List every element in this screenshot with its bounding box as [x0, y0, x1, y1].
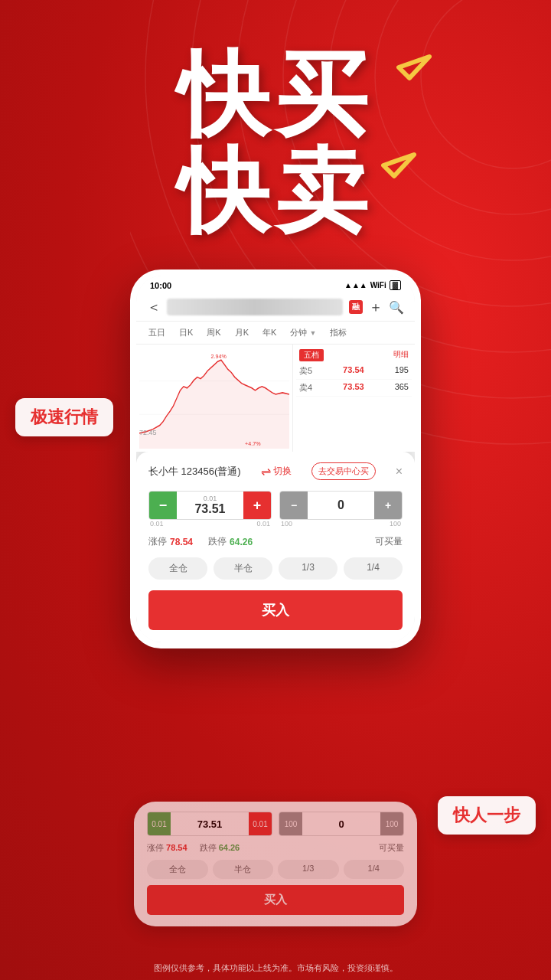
- hero-line2: 快卖: [0, 142, 551, 239]
- limit-up-value: 78.54: [170, 537, 193, 547]
- signal-icon: ▲▲▲: [344, 281, 367, 289]
- svg-marker-9: [399, 57, 429, 78]
- qty-value[interactable]: 0: [308, 498, 374, 512]
- fast-label-text: 快人一步: [453, 805, 520, 825]
- sell4-price: 73.53: [343, 382, 364, 394]
- checkmark-icon-2: [380, 152, 417, 179]
- one-third-button[interactable]: 1/3: [279, 557, 337, 580]
- tab-monthly-k[interactable]: 月K: [229, 325, 255, 341]
- price-step-left: 0.01: [150, 520, 164, 528]
- qty-decrease-button[interactable]: −: [280, 492, 308, 519]
- price-step-right: 0.01: [256, 520, 270, 528]
- trade-center-button[interactable]: 去交易中心买: [311, 462, 376, 480]
- battery-icon: ▓: [390, 280, 401, 290]
- tab-yearly-k[interactable]: 年K: [256, 325, 282, 341]
- qty-input-group: − 0 + 100 100: [279, 491, 403, 528]
- hero-line1: 快买: [0, 46, 551, 142]
- svg-text:2.94%: 2.94%: [211, 353, 227, 361]
- five-level-label: 五档: [299, 349, 324, 361]
- bg-price-minus: 0.01: [148, 812, 171, 836]
- sell4-label: 卖4: [299, 382, 312, 394]
- add-button[interactable]: ＋: [369, 298, 383, 316]
- status-bar: 10:00 ▲▲▲ WiFi ▓: [136, 276, 415, 293]
- price-increase-button[interactable]: +: [243, 492, 271, 519]
- background-phone: 0.01 73.51 0.01 100 0 100 涨停 78.54 跌停 64…: [134, 802, 417, 926]
- wifi-icon: WiFi: [370, 281, 386, 289]
- order-row-sell4: 卖4 73.53 365: [296, 380, 412, 397]
- fast-label: 快人一步: [438, 796, 536, 835]
- close-button[interactable]: ×: [396, 465, 403, 479]
- qty-input: − 0 +: [279, 491, 403, 520]
- back-button[interactable]: ＜: [147, 298, 161, 316]
- switch-icon: ⇌: [261, 464, 271, 479]
- detail-label: 明细: [393, 349, 409, 361]
- bg-price-value: 73.51: [171, 818, 249, 830]
- search-button[interactable]: 🔍: [389, 300, 404, 315]
- svg-text:+4.7%: +4.7%: [245, 439, 261, 447]
- qty-increase-button[interactable]: +: [374, 492, 402, 519]
- price-decrease-button[interactable]: −: [149, 492, 177, 519]
- bg-qty-input: 100 0 100: [279, 812, 404, 836]
- info-row: 涨停 78.54 跌停 64.26 可买量: [148, 535, 403, 548]
- bg-buy-section: 买入: [138, 885, 413, 923]
- tab-weekly-k[interactable]: 周K: [201, 325, 227, 341]
- chart-svg: 2.94% +4.7%: [139, 348, 289, 449]
- status-icons: ▲▲▲ WiFi ▓: [344, 280, 401, 290]
- sell4-vol: 365: [395, 382, 409, 394]
- available-qty: 可买量: [375, 535, 403, 548]
- buy-button[interactable]: 买入: [148, 590, 403, 630]
- tab-five-day[interactable]: 五日: [142, 325, 171, 341]
- price-display: 0.01 73.51: [177, 495, 243, 516]
- speed-label-text: 极速行情: [31, 407, 98, 426]
- price-step-label: 0.01: [177, 495, 243, 502]
- price-steps: 0.01 0.01: [148, 520, 272, 528]
- order-row-sell5: 卖5 73.54 195: [296, 363, 412, 380]
- half-position-button[interactable]: 半仓: [214, 557, 272, 580]
- candlestick-chart: 72.45 2.94% +4.7%: [136, 345, 292, 452]
- tab-daily-k[interactable]: 日K: [173, 325, 199, 341]
- bg-quick-btns: 全仓 半仓 1/3 1/4: [138, 857, 413, 885]
- qty-step-right: 100: [390, 520, 401, 528]
- quick-buttons: 全仓 半仓 1/3 1/4: [148, 557, 403, 580]
- bg-half-btn: 半仓: [213, 860, 274, 879]
- limit-up-info: 涨停 78.54: [148, 535, 193, 548]
- switch-button[interactable]: ⇌ 切换: [261, 464, 292, 479]
- bg-phone-frame: 0.01 73.51 0.01 100 0 100 涨停 78.54 跌停 64…: [134, 802, 417, 926]
- price-value[interactable]: 73.51: [194, 502, 225, 515]
- qty-step-left: 100: [281, 520, 292, 528]
- stock-name: 长小牛 123456(普通): [148, 465, 241, 479]
- limit-down-info: 跌停 64.26: [208, 535, 253, 548]
- tab-indicator[interactable]: 指标: [324, 325, 353, 341]
- y-axis-label: 72.45: [139, 429, 157, 436]
- full-position-button[interactable]: 全仓: [148, 557, 207, 580]
- hero-section: 快买 快卖: [0, 0, 551, 239]
- sell5-vol: 195: [395, 365, 409, 377]
- disclaimer: 图例仅供参考，具体功能以上线为准。市场有风险，投资须谨慎。: [0, 962, 551, 974]
- phone-frame: 10:00 ▲▲▲ WiFi ▓ ＜ 融 ＋ 🔍 五日 日K 周K: [130, 270, 421, 648]
- checkmark-icon-1: [396, 54, 432, 81]
- disclaimer-text: 图例仅供参考，具体功能以上线为准。市场有风险，投资须谨慎。: [154, 963, 398, 972]
- stock-title-blurred: [167, 299, 343, 315]
- limit-down-value: 64.26: [230, 537, 253, 547]
- sell5-price: 73.54: [343, 365, 364, 377]
- bg-qty-minus: 100: [279, 812, 302, 836]
- hero-line1-text: 快买: [178, 43, 373, 145]
- order-book: 五档 明细 卖5 73.54 195 卖4 73.53 365: [292, 345, 415, 452]
- bg-price-input: 0.01 73.51 0.01: [147, 812, 272, 836]
- status-time: 10:00: [150, 281, 171, 290]
- chart-area: 72.45 2.94% +4.7%: [136, 345, 415, 452]
- phone-navbar: ＜ 融 ＋ 🔍: [136, 293, 415, 322]
- tab-minute[interactable]: 分钟 ▼: [284, 325, 322, 341]
- switch-label: 切换: [273, 465, 292, 478]
- bg-input-row: 0.01 73.51 0.01 100 0 100: [138, 805, 413, 839]
- trade-card: 长小牛 123456(普通) ⇌ 切换 去交易中心买 × −: [136, 452, 415, 642]
- bg-phone-screen: 0.01 73.51 0.01 100 0 100 涨停 78.54 跌停 64…: [138, 805, 413, 923]
- one-quarter-button[interactable]: 1/4: [344, 557, 403, 580]
- speed-label: 极速行情: [15, 398, 113, 436]
- bg-price-plus: 0.01: [249, 812, 272, 836]
- bg-third-btn: 1/3: [278, 860, 339, 879]
- phone-mockup: 10:00 ▲▲▲ WiFi ▓ ＜ 融 ＋ 🔍 五日 日K 周K: [0, 270, 551, 648]
- bg-buy-button: 买入: [147, 885, 404, 915]
- bg-info-row: 涨停 78.54 跌停 64.26 可买量: [138, 839, 413, 857]
- price-input: − 0.01 73.51 +: [148, 491, 272, 520]
